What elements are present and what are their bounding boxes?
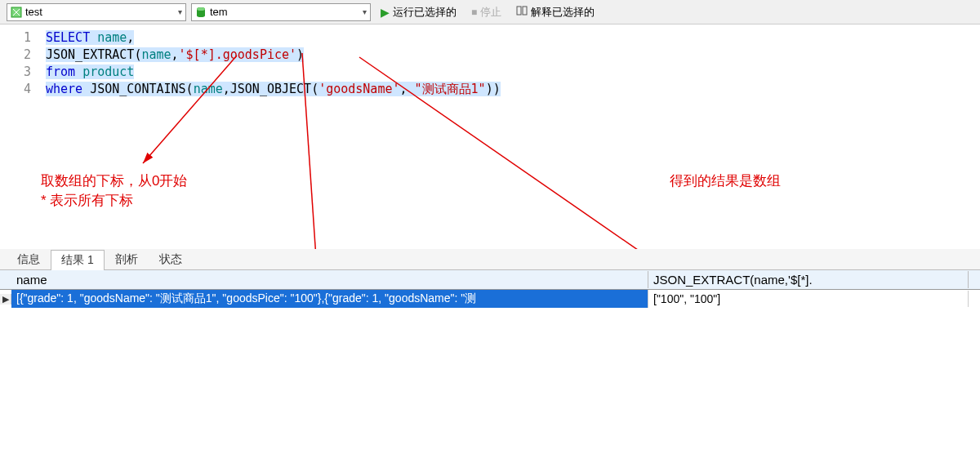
stop-icon: ■: [471, 7, 477, 18]
database-dropdown[interactable]: tem ▾: [191, 3, 371, 21]
chevron-down-icon: ▾: [178, 7, 182, 16]
connection-dropdown[interactable]: test ▾: [7, 3, 186, 21]
svg-rect-4: [523, 7, 527, 15]
column-header-json[interactable]: JSON_EXTRACT(name,'$[*].: [648, 271, 969, 288]
cell-name[interactable]: [{"grade": 1, "goodsName": "测试商品1", "goo…: [11, 290, 648, 308]
svg-rect-3: [517, 7, 521, 15]
run-label: 运行已选择的: [393, 5, 457, 20]
line-number: 2: [0, 47, 41, 64]
annotation-right: 得到的结果是数组: [670, 171, 781, 191]
chevron-down-icon: ▾: [363, 7, 367, 16]
explain-icon: [516, 5, 528, 19]
code-content[interactable]: SELECT name,: [41, 29, 134, 47]
explain-button[interactable]: 解释已选择的: [511, 3, 599, 21]
tab-2[interactable]: 剖析: [105, 249, 149, 269]
result-grid: name JSON_EXTRACT(name,'$[*]. ▶ [{"grade…: [0, 270, 980, 308]
code-line[interactable]: 4where JSON_CONTAINS(name,JSON_OBJECT('g…: [0, 81, 980, 98]
run-button[interactable]: ▶ 运行已选择的: [376, 3, 461, 21]
column-header-name[interactable]: name: [11, 271, 648, 288]
grid-header: name JSON_EXTRACT(name,'$[*].: [0, 270, 980, 290]
sql-editor[interactable]: 1SELECT name,2JSON_EXTRACT(name,'$[*].go…: [0, 24, 980, 249]
tab-3[interactable]: 状态: [149, 249, 193, 269]
database-name: tem: [210, 6, 359, 18]
code-content[interactable]: JSON_EXTRACT(name,'$[*].goodsPice'): [41, 47, 304, 64]
play-icon: ▶: [381, 6, 390, 19]
tab-0[interactable]: 信息: [7, 249, 51, 269]
connection-name: test: [25, 6, 175, 18]
row-marker: ▶: [0, 294, 11, 305]
annotation-left-line1: 取数组的下标，从0开始: [41, 171, 187, 191]
table-row[interactable]: ▶ [{"grade": 1, "goodsName": "测试商品1", "g…: [0, 290, 980, 308]
cell-json[interactable]: ["100", "100"]: [648, 291, 969, 307]
annotation-left-line2: * 表示所有下标: [41, 191, 187, 211]
code-line[interactable]: 2JSON_EXTRACT(name,'$[*].goodsPice'): [0, 47, 980, 64]
stop-button: ■ 停止: [466, 3, 506, 21]
database-icon: [195, 7, 207, 18]
result-tabs: 信息结果 1剖析状态: [0, 249, 980, 270]
stop-label: 停止: [480, 5, 501, 20]
line-number: 1: [0, 29, 41, 47]
line-number: 4: [0, 81, 41, 98]
code-content[interactable]: where JSON_CONTAINS(name,JSON_OBJECT('go…: [41, 81, 501, 98]
annotation-left: 取数组的下标，从0开始 * 表示所有下标: [41, 171, 187, 211]
explain-label: 解释已选择的: [531, 5, 595, 20]
code-line[interactable]: 1SELECT name,: [0, 29, 980, 47]
toolbar: test ▾ tem ▾ ▶ 运行已选择的 ■ 停止 解释已选择的: [0, 0, 980, 24]
code-line[interactable]: 3from product: [0, 64, 980, 81]
connection-icon: [11, 7, 22, 18]
tab-1[interactable]: 结果 1: [51, 250, 105, 270]
line-number: 3: [0, 64, 41, 81]
code-content[interactable]: from product: [41, 64, 134, 81]
svg-point-2: [197, 7, 205, 11]
